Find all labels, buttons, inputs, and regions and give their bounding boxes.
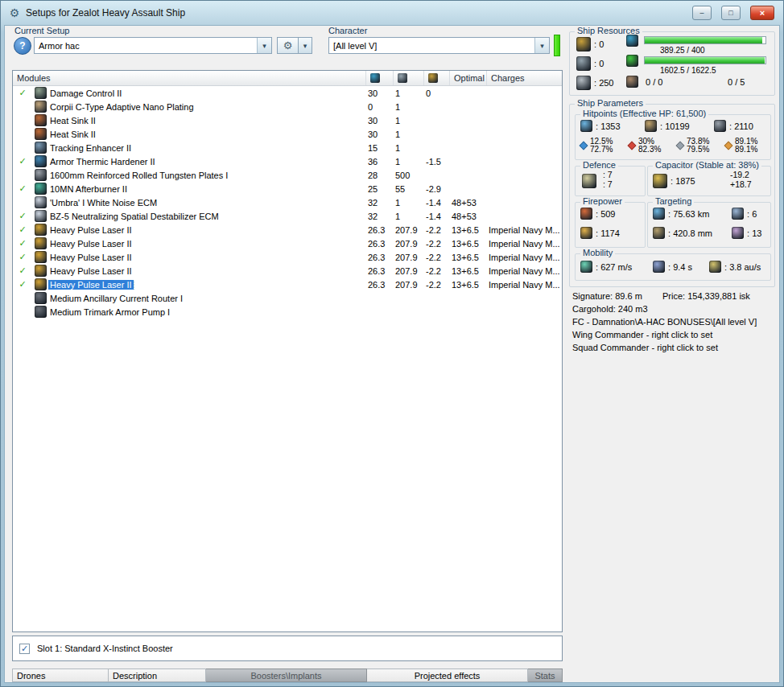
module-row[interactable]: ✓Heavy Pulse Laser II26.3207.9-2.213+6.5…	[13, 250, 562, 264]
module-row[interactable]: ✓Damage Control II3010	[13, 86, 562, 100]
module-pg-value: 1	[393, 102, 423, 112]
module-name-cell: Damage Control II	[48, 88, 365, 98]
defence-value-2: 7	[603, 179, 613, 189]
module-active-check-icon[interactable]: ✓	[13, 253, 32, 261]
module-active-check-icon[interactable]: ✓	[13, 225, 32, 234]
cpu-icon	[626, 35, 638, 47]
targeting-title: Targeting	[653, 196, 694, 206]
booster-checkbox[interactable]: ✓	[19, 644, 30, 654]
module-row[interactable]: ✓Heavy Pulse Laser II26.3207.9-2.213+6.5…	[13, 278, 562, 291]
charges-column-header[interactable]: Charges	[486, 71, 562, 85]
armor-resist-value: 82.3%	[638, 146, 661, 154]
bottom-tab-projected-effects[interactable]: Projected effects	[367, 668, 528, 682]
bottom-tabs: DronesDescriptionBoosters\ImplantsProjec…	[12, 668, 563, 682]
module-pg-value: 207.9	[393, 225, 423, 235]
module-optimal-value: 13+6.5	[449, 239, 486, 249]
turret-hardpoints-icon	[576, 37, 591, 51]
module-row[interactable]: ✓Heavy Pulse Laser II26.3207.9-2.213+6.5…	[13, 237, 562, 250]
wrench-icon[interactable]: ⚙	[277, 37, 299, 54]
module-pg-value: 1	[393, 143, 423, 153]
minimize-button[interactable]: –	[692, 6, 712, 20]
bottom-tab-boosters-implants[interactable]: Boosters\Implants	[206, 668, 367, 682]
cpu-bar	[644, 36, 766, 44]
module-name-cell: Heavy Pulse Laser II	[48, 253, 365, 262]
module-row[interactable]: Medium Trimark Armor Pump I	[13, 305, 562, 319]
maximize-button[interactable]: □	[721, 6, 741, 20]
module-cpu-value: 32	[365, 198, 393, 208]
module-row[interactable]: ✓10MN Afterburner II2555-2.9	[13, 182, 562, 195]
module-row[interactable]: 1600mm Reinforced Rolled Tungsten Plates…	[13, 168, 562, 182]
module-pg-value: 1	[393, 88, 423, 98]
rig-icon	[35, 306, 47, 318]
close-button[interactable]: ×	[750, 6, 774, 20]
module-cpu-value: 30	[365, 88, 393, 98]
bottom-tab-drones[interactable]: Drones	[12, 668, 109, 682]
modules-column-header[interactable]: Modules	[13, 71, 365, 85]
current-setup-value: Armor hac	[39, 41, 80, 51]
bottom-tab-stats[interactable]: Stats	[528, 668, 563, 682]
em-resist-cell: 12.5%72.7%	[580, 138, 627, 154]
kinetic-resist-cell: 73.8%79.5%	[677, 138, 724, 154]
titlebar[interactable]: ⚙ Setups for Zealot Heavy Assault Ship –…	[2, 2, 782, 24]
module-row[interactable]: ✓Armor Thermic Hardener II361-1.5	[13, 154, 562, 168]
armor-resist-value: 72.7%	[590, 146, 613, 154]
powergrid-column-header[interactable]	[393, 71, 423, 85]
fleet-commander-text[interactable]: FC - Damnation\A-HAC BONUSES\[All level …	[572, 317, 757, 327]
module-row[interactable]: ✓BZ-5 Neutralizing Spatial Destabilizer …	[13, 209, 562, 223]
module-name: Heavy Pulse Laser II	[48, 239, 134, 249]
hitpoints-title: Hitpoints (Effective HP: 61,500)	[580, 109, 708, 118]
module-row[interactable]: Heat Sink II301	[13, 113, 562, 127]
module-row[interactable]: Tracking Enhancer II151	[13, 141, 562, 154]
tools-dropdown-icon[interactable]: ▾	[299, 37, 312, 54]
module-charge-value: Imperial Navy M...	[486, 225, 562, 235]
module-active-check-icon[interactable]: ✓	[13, 184, 32, 193]
module-row[interactable]: Corpii C-Type Adaptive Nano Plating01	[13, 100, 562, 113]
module-active-check-icon[interactable]: ✓	[13, 239, 32, 248]
bottom-tab-description[interactable]: Description	[109, 668, 206, 682]
module-slot-cell	[32, 128, 48, 140]
help-button[interactable]: ?	[14, 37, 31, 55]
capacitor-column-header[interactable]	[423, 71, 449, 85]
booster-slot-row[interactable]: ✓ Slot 1: Standard X-Instinct Booster	[12, 636, 563, 661]
module-row[interactable]: ✓Heavy Pulse Laser II26.3207.9-2.213+6.5…	[13, 264, 562, 278]
module-active-check-icon[interactable]: ✓	[13, 212, 32, 220]
current-setup-combo[interactable]: Armor hac ▾	[34, 37, 272, 54]
modules-panel: Modules Optimal Charges ✓Damage Control …	[12, 70, 563, 632]
module-cpu-value: 30	[365, 116, 393, 125]
module-row[interactable]: Heat Sink II301	[13, 127, 562, 141]
module-cap-value: -2.2	[423, 225, 449, 235]
cpu-column-header[interactable]	[365, 71, 393, 85]
module-row[interactable]: ✓Heavy Pulse Laser II26.3207.9-2.213+6.5…	[13, 223, 562, 237]
module-pg-value: 207.9	[393, 280, 423, 290]
module-pg-value: 1	[393, 130, 423, 139]
module-pg-value: 1	[393, 212, 423, 221]
chevron-down-icon[interactable]: ▾	[257, 38, 271, 53]
wing-commander-text[interactable]: Wing Commander - right click to set	[572, 330, 712, 339]
chevron-down-icon[interactable]: ▾	[534, 38, 549, 53]
module-active-check-icon[interactable]: ✓	[13, 280, 32, 289]
module-active-check-icon[interactable]: ✓	[13, 266, 32, 275]
module-pg-value: 1	[393, 116, 423, 125]
module-name: Medium Ancillary Current Router I	[48, 294, 184, 303]
module-active-check-icon[interactable]: ✓	[13, 88, 32, 97]
fitting-tools-button[interactable]: ⚙ ▾	[277, 37, 312, 54]
module-active-check-icon[interactable]: ✓	[13, 157, 32, 166]
module-name-cell: Medium Ancillary Current Router I	[48, 294, 365, 303]
module-slot-cell	[32, 142, 48, 154]
character-combo[interactable]: [All level V] ▾	[328, 37, 550, 54]
module-cpu-value: 26.3	[365, 225, 393, 235]
resist-values: 89.1%89.1%	[735, 138, 757, 154]
align-time-value: 9.4 s	[668, 262, 692, 272]
character-value: [All level V]	[333, 41, 377, 51]
optimal-column-header[interactable]: Optimal	[449, 71, 486, 85]
module-row[interactable]: 'Umbra' I White Noise ECM321-1.448+53	[13, 195, 562, 209]
module-name-cell: Heavy Pulse Laser II	[48, 266, 365, 276]
squad-commander-text[interactable]: Squad Commander - right click to set	[572, 343, 718, 352]
module-name-cell: Tracking Enhancer II	[48, 143, 365, 153]
module-cpu-value: 30	[365, 130, 393, 139]
module-pg-value: 207.9	[393, 239, 423, 249]
module-row[interactable]: Medium Ancillary Current Router I	[13, 291, 562, 305]
pulse-laser-icon	[35, 265, 47, 277]
module-optimal-value: 13+6.5	[449, 266, 486, 276]
cpu-usage-text: 389.25 / 400	[660, 46, 705, 55]
